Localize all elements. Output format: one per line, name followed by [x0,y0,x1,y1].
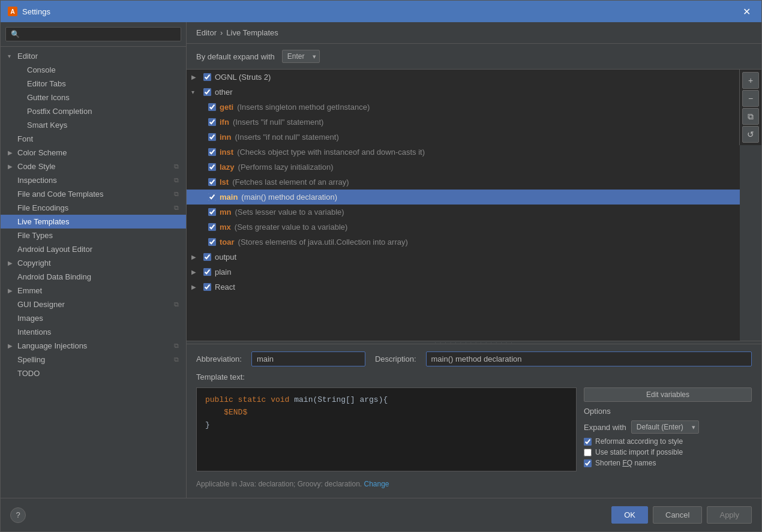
sidebar-item-android-layout-label: Android Layout Editor [17,245,92,254]
sidebar-item-color-scheme[interactable]: ▶ Color Scheme [1,146,186,160]
shorten-fq-label: Shorten FQ names [595,459,656,467]
sidebar-item-gutter-icons[interactable]: Gutter Icons [1,91,186,104]
sidebar-item-android-data-binding[interactable]: Android Data Binding [1,270,186,284]
tpl-group-ognl-checkbox[interactable] [203,73,211,81]
tpl-item-geti-checkbox[interactable] [208,103,216,111]
sidebar-item-emmet[interactable]: ▶ Emmet [1,284,186,297]
change-link[interactable]: Change [364,480,389,488]
static-import-label: Use static import if possible [595,448,683,456]
tpl-item-inn-checkbox[interactable] [208,133,216,141]
tpl-item-inn-name: inn [220,133,232,142]
edit-variables-button[interactable]: Edit variables [584,387,752,402]
tpl-group-other-checkbox[interactable] [203,88,211,96]
reformat-checkbox[interactable] [584,438,592,446]
tpl-item-mx[interactable]: mx (Sets greater value to a variable) [187,220,740,235]
sidebar-item-console[interactable]: Console [1,63,186,77]
expand-arrow-react: ▶ [191,284,200,290]
options-panel: Edit variables Options Expand with Defau… [584,387,752,470]
tpl-group-react-checkbox[interactable] [203,283,211,291]
reset-template-button[interactable]: ↺ [742,126,759,143]
sidebar-item-todo[interactable]: TODO [1,366,186,380]
sidebar-item-file-code-templates[interactable]: File and Code Templates ⧉ [1,187,186,201]
abbreviation-input[interactable] [251,351,365,366]
tpl-item-mn-desc: (Sets lesser value to a variable) [235,208,344,217]
tpl-group-output-header[interactable]: ▶ output [187,250,740,265]
tpl-group-react-header[interactable]: ▶ React [187,279,740,294]
help-button[interactable]: ? [10,507,26,523]
tpl-item-geti[interactable]: geti (Inserts singleton method getInstan… [187,100,740,115]
tpl-item-mn-name: mn [220,208,232,217]
sidebar-item-gui-designer[interactable]: GUI Designer ⧉ [1,297,186,311]
expand-dropdown[interactable]: Enter [282,50,320,63]
sidebar-item-code-style[interactable]: ▶ Code Style ⧉ [1,160,186,173]
sidebar-item-editor-tabs[interactable]: Editor Tabs [1,77,186,91]
tpl-item-ifn[interactable]: ifn (Inserts "if null" statement) [187,115,740,130]
tpl-item-inst[interactable]: inst (Checks object type with instanceof… [187,145,740,160]
sidebar-item-android-layout[interactable]: Android Layout Editor [1,242,186,256]
sidebar-item-copyright[interactable]: ▶ Copyright [1,256,186,270]
sidebar-item-intentions[interactable]: Intentions [1,325,186,339]
search-box [1,22,186,47]
sidebar-item-font[interactable]: Font [1,132,186,146]
tpl-group-react: ▶ React [187,279,740,294]
tpl-item-mx-desc: (Sets greater value to a variable) [235,223,348,232]
footer-left: ? [10,507,26,523]
tpl-item-lazy-checkbox[interactable] [208,163,216,171]
templates-container: ▶ OGNL (Struts 2) ▾ other [187,70,761,341]
tpl-item-main[interactable]: main (main() method declaration) [187,190,740,205]
sidebar-item-inspections[interactable]: Inspections ⧉ [1,173,186,187]
tpl-item-toar[interactable]: toar (Stores elements of java.util.Colle… [187,235,740,250]
code-line-3: } [205,419,568,432]
copy-template-button[interactable]: ⧉ [742,108,759,125]
apply-button[interactable]: Apply [707,506,752,524]
code-editor[interactable]: public static void main(String[] args){ … [196,387,577,471]
tpl-item-lst-checkbox[interactable] [208,178,216,186]
sidebar-item-smart-keys[interactable]: Smart Keys [1,118,186,132]
remove-template-button[interactable]: − [742,90,759,107]
tpl-group-other-header[interactable]: ▾ other [187,85,740,100]
tpl-group-ognl-header[interactable]: ▶ OGNL (Struts 2) [187,70,740,85]
tpl-group-plain-header[interactable]: ▶ plain [187,265,740,279]
tpl-group-other-name: other [215,88,233,97]
sidebar-item-editor[interactable]: ▾ Editor [1,49,186,63]
tpl-item-mn-checkbox[interactable] [208,208,216,216]
tpl-item-lazy[interactable]: lazy (Performs lazy initialization) [187,160,740,175]
description-input[interactable] [426,351,752,366]
sidebar-item-postfix[interactable]: Postfix Completion [1,104,186,118]
tpl-item-ifn-desc: (Inserts "if null" statement) [233,118,324,127]
ok-button[interactable]: OK [611,506,648,524]
tpl-item-geti-desc: (Inserts singleton method getInstance) [237,103,370,112]
sidebar-item-live-templates[interactable]: Live Templates [1,215,186,229]
tpl-item-ifn-checkbox[interactable] [208,118,216,126]
tpl-group-output-checkbox[interactable] [203,253,211,261]
tpl-item-toar-name: toar [220,238,235,247]
sidebar-item-language-injections[interactable]: ▶ Language Injections ⧉ [1,339,186,353]
tpl-item-inn[interactable]: inn (Inserts "if not null" statement) [187,130,740,145]
close-button[interactable]: ✕ [739,5,754,19]
sidebar-item-file-types[interactable]: File Types [1,229,186,242]
sidebar-item-file-encodings[interactable]: File Encodings ⧉ [1,201,186,215]
tpl-item-main-checkbox[interactable] [208,193,216,201]
expand-with-dropdown[interactable]: Default (Enter) [631,420,699,434]
sidebar-item-color-scheme-label: Color Scheme [17,148,67,157]
abbreviation-label: Abbreviation: [196,354,242,363]
search-input[interactable] [5,27,181,41]
tpl-item-toar-checkbox[interactable] [208,238,216,246]
tpl-item-inst-checkbox[interactable] [208,148,216,156]
tpl-group-plain-checkbox[interactable] [203,268,211,276]
cancel-button[interactable]: Cancel [653,506,702,524]
expand-dropdown-wrap: Enter [282,50,320,63]
breadcrumb-part2: Live Templates [226,28,278,37]
static-import-checkbox[interactable] [584,449,592,456]
sidebar-item-images[interactable]: Images [1,311,186,325]
tpl-item-mx-checkbox[interactable] [208,223,216,231]
shorten-fq-checkbox[interactable] [584,459,592,467]
sidebar-item-spelling[interactable]: Spelling ⧉ [1,353,186,366]
tpl-item-mn[interactable]: mn (Sets lesser value to a variable) [187,205,740,220]
tpl-item-ifn-name: ifn [220,118,229,127]
tpl-item-lst[interactable]: lst (Fetches last element of an array) [187,175,740,190]
add-template-button[interactable]: + [742,72,759,89]
toolbar-row: By default expand with Enter [187,44,761,70]
tpl-item-toar-desc: (Stores elements of java.util.Collection… [238,238,408,247]
reformat-row: Reformat according to style [584,437,752,446]
